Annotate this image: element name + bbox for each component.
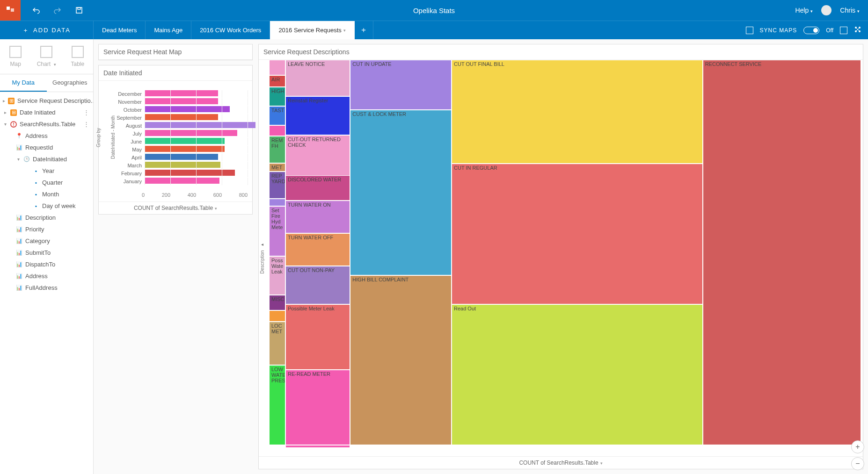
treemap-cell[interactable]: CUST & LOCK METER (350, 110, 452, 275)
tree-priority[interactable]: 📊Priority (0, 223, 93, 235)
barchart-body: DateInitiated - Month Group by DecemberN… (99, 81, 252, 191)
treemap-cell[interactable]: Set Fire Hyd Mete (269, 206, 285, 256)
treemap-cell[interactable]: LEAVE NOTICE (285, 60, 350, 96)
canvas-zoom-out[interactable]: − (851, 457, 864, 470)
treemap-cell[interactable]: LOW WATE PRES (269, 365, 285, 445)
treemap-cell[interactable]: Possible Meter Leak (285, 304, 350, 370)
treemap-cell[interactable]: RE-READ METER (285, 445, 350, 448)
redo-icon[interactable] (53, 6, 62, 14)
bar-row[interactable]: February (112, 170, 248, 177)
treemap-cell[interactable] (269, 125, 285, 136)
treemap-cell[interactable]: CUT IN REGULAR (452, 164, 703, 304)
tree-requestid[interactable]: 📊RequestId (0, 142, 93, 153)
tree-month[interactable]: •Month (0, 188, 93, 200)
treemap-cell[interactable]: REM FH (269, 136, 285, 163)
avatar[interactable] (821, 5, 832, 15)
tree-category[interactable]: 📊Category (0, 235, 93, 247)
treemap-cell[interactable]: Poss Wate Leak (269, 256, 285, 294)
treemap-cell[interactable]: CUT OUT NON-PAY (285, 266, 350, 304)
save-icon[interactable] (75, 6, 83, 14)
tree-dispatchto[interactable]: 📊DispatchTo (0, 259, 93, 270)
treemap-cell[interactable]: RE-READ METER (285, 370, 350, 445)
sync-maps-toggle[interactable] (803, 27, 819, 34)
treemap-cell[interactable] (269, 310, 285, 322)
treemap-cell[interactable]: HIGH BILL COMPLAINT (350, 275, 452, 445)
treemap-cell[interactable] (269, 199, 285, 206)
treemap-cell[interactable]: AIR (269, 75, 285, 87)
tab-service-requests[interactable]: 2016 Service Requests▾ (270, 21, 354, 39)
top-right: Help▾ Chris▾ (795, 5, 868, 15)
tree-search-table[interactable]: ▾!SearchResults.Table⋮ (0, 118, 93, 130)
treemap-cell[interactable] (269, 60, 285, 75)
bar-row[interactable]: December (112, 90, 248, 98)
barchart-side-controls[interactable]: DateInitiated - Month Group by (102, 86, 109, 189)
help-link[interactable]: Help▾ (795, 7, 813, 14)
add-data-button[interactable]: ＋ ADD DATA (0, 21, 94, 39)
treemap-footer[interactable]: COUNT of SearchResults.Table▾ (259, 456, 863, 469)
bar-label: January (112, 179, 145, 184)
treemap-cell[interactable]: TURN WATER ON (285, 201, 350, 233)
tree-address[interactable]: 📍Address (0, 130, 93, 142)
bar-row[interactable]: August (112, 122, 248, 129)
tab-geographies[interactable]: Geographies (47, 74, 94, 92)
mode-table[interactable]: Table (62, 39, 93, 74)
mode-chart[interactable]: Chart ▾ (31, 39, 62, 74)
treemap-cell[interactable]: HIGH (269, 87, 285, 106)
tree-dateinitiated[interactable]: ▾🕒DateInitiated (0, 153, 93, 165)
more-icon[interactable]: ⋮ (83, 121, 89, 128)
user-menu[interactable]: Chris▾ (840, 7, 860, 14)
treemap-cell[interactable]: CUT IN UPDATE (350, 60, 452, 110)
link-icon[interactable] (854, 26, 861, 35)
tree-address2[interactable]: 📊Address (0, 270, 93, 282)
treemap-cell[interactable]: Reinstall Register (285, 96, 350, 135)
tab-cw-work-orders[interactable]: 2016 CW Work Orders (191, 21, 270, 39)
bar-row[interactable]: July (112, 130, 248, 137)
mode-map[interactable]: Map (0, 39, 31, 74)
tree-quarter[interactable]: •Quarter (0, 177, 93, 188)
tree-submitto[interactable]: 📊SubmitTo (0, 247, 93, 259)
treemap-cell[interactable]: TAST (269, 106, 285, 125)
canvas-zoom-in[interactable]: + (851, 440, 864, 453)
treemap-cell[interactable]: MISC (269, 295, 285, 310)
treemap-cell[interactable]: RECONNECT SERVICE (703, 60, 861, 445)
treemap-cell[interactable]: MET (269, 163, 285, 172)
barchart-footer[interactable]: COUNT of SearchResults.Table▾ (99, 201, 252, 214)
bar-label: August (112, 123, 145, 129)
treemap-cell[interactable]: LOC MET (269, 322, 285, 365)
tree-sr-desc[interactable]: ▸⊞Service Request Descriptio...⋮ (0, 95, 93, 107)
treemap-cell[interactable]: TURN WATER OFF (285, 233, 350, 266)
bar-axis: 0200400600800 (99, 191, 252, 201)
bar-row[interactable]: November (112, 98, 248, 106)
clock-icon: 🕒 (23, 156, 30, 163)
toggle-label: Off (826, 27, 833, 34)
bar-rows[interactable]: DecemberNovemberOctoberSeptemberAugustJu… (112, 86, 248, 189)
layout-icon[interactable] (746, 27, 753, 34)
add-tab-button[interactable]: ＋ (355, 21, 373, 39)
grid-icon[interactable] (840, 27, 847, 34)
bar-row[interactable]: March (112, 162, 248, 169)
treemap-cell[interactable]: Read Out (452, 304, 703, 445)
tree-description[interactable]: 📊Description (0, 212, 93, 223)
plus-icon: ＋ (22, 26, 29, 35)
tree-fulladdress[interactable]: 📊FullAddress (0, 282, 93, 294)
bar-row[interactable]: April (112, 154, 248, 161)
treemap-cell[interactable]: CUT OUT FINAL BILL (452, 60, 703, 164)
bar-row[interactable]: June (112, 138, 248, 145)
tab-mains-age[interactable]: Mains Age (146, 21, 191, 39)
bar-row[interactable]: September (112, 114, 248, 122)
tab-dead-meters[interactable]: Dead Meters (94, 21, 146, 39)
treemap-body[interactable]: Description▸ RECONNECT SERVICECUT OUT FI… (259, 60, 863, 456)
treemap-cell[interactable]: REP YARD (269, 172, 285, 199)
bar-row[interactable]: January (112, 178, 248, 185)
bar-row[interactable]: October (112, 106, 248, 114)
undo-icon[interactable] (32, 6, 40, 14)
bar-row[interactable]: May (112, 146, 248, 153)
tab-my-data[interactable]: My Data (0, 74, 47, 92)
tree-date-initiated[interactable]: ▸⊞Date Initiated⋮ (0, 107, 93, 118)
page-title: Opelika Stats (413, 7, 455, 14)
tree-year[interactable]: •Year (0, 165, 93, 177)
more-icon[interactable]: ⋮ (83, 109, 89, 116)
bar-label: October (112, 107, 145, 113)
tree-dow[interactable]: •Day of week (0, 200, 93, 212)
treemap-cell[interactable]: DISCOLORED WATER (285, 175, 350, 201)
